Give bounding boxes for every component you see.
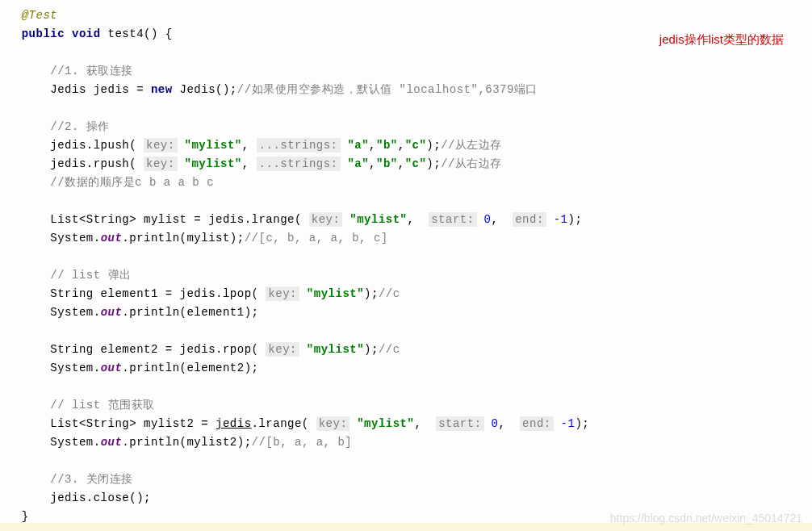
comment-inline: //c — [379, 287, 400, 300]
number-literal: 0 — [484, 417, 499, 430]
param-hint-key: key: — [266, 342, 299, 357]
method-name: test4() { — [101, 27, 173, 40]
code-line: String element2 = jedis.rpop( — [50, 343, 266, 356]
code-line: List<String> mylist2 = — [50, 417, 216, 430]
comment-inline: //[b, a, a, b] — [252, 436, 353, 449]
param-hint-key: key: — [309, 212, 343, 227]
code-line: Jedis jedis = — [50, 83, 151, 96]
comment-inline: //从左边存 — [441, 139, 502, 152]
number-literal: -1 — [546, 213, 568, 226]
string-literal: "mylist" — [299, 343, 364, 356]
comment-pop: // list 弹出 — [50, 269, 131, 282]
number-literal: 0 — [477, 213, 492, 226]
string-literal: "mylist" — [299, 287, 364, 300]
code-line: System. — [50, 436, 100, 449]
code-line: jedis.close(); — [50, 491, 151, 504]
comment-range: // list 范围获取 — [50, 399, 154, 412]
comment-3: //3. 关闭连接 — [50, 473, 133, 486]
field-out: out — [101, 232, 123, 245]
code-line: jedis.lpush( — [50, 139, 144, 152]
param-hint-key: key: — [266, 286, 299, 301]
kw-new: new — [151, 83, 173, 96]
code-line: System. — [50, 362, 100, 374]
string-literal: "a" — [341, 139, 370, 152]
string-literal: "mylist" — [349, 417, 414, 430]
param-hint-start: start: — [436, 416, 483, 431]
code-line: System. — [50, 306, 100, 319]
kw-void: void — [72, 27, 101, 40]
param-hint-strings: ...strings: — [257, 157, 341, 171]
watermark: https://blog.csdn.net/weixin_45014721 — [610, 512, 802, 525]
comment-2: //2. 操作 — [50, 120, 110, 133]
field-out: out — [101, 436, 123, 449]
string-literal: "mylist" — [178, 139, 242, 152]
code-line: Jedis(); — [173, 83, 237, 96]
field-out: out — [101, 306, 123, 319]
param-hint-start: start: — [429, 212, 476, 227]
string-literal: "mylist" — [178, 157, 242, 170]
number-literal: -1 — [554, 417, 576, 430]
code-line: String element1 = jedis.lpop( — [50, 287, 266, 300]
code-line: jedis.rpush( — [50, 157, 144, 170]
code-block: @Test public void test4() { //1. 获取连接 Je… — [0, 6, 812, 526]
code-line: List<String> mylist = jedis.lrange( — [50, 213, 308, 226]
comment-inline: //c — [379, 343, 400, 356]
title-annotation: jedis操作list类型的数据 — [659, 32, 784, 48]
param-hint-strings: ...strings: — [257, 138, 341, 153]
param-hint-key: key: — [144, 157, 178, 171]
kw-public: public — [22, 27, 65, 40]
code-line: System. — [50, 232, 100, 245]
var-jedis-underlined: jedis — [216, 417, 252, 430]
comment-inline: //从右边存 — [441, 157, 502, 170]
param-hint-end: end: — [520, 416, 554, 431]
param-hint-key: key: — [144, 138, 178, 153]
string-literal: "mylist" — [342, 213, 407, 226]
param-hint-key: key: — [316, 416, 350, 431]
comment-1: //1. 获取连接 — [50, 65, 133, 77]
param-hint-end: end: — [513, 212, 546, 227]
close-brace: } — [22, 510, 29, 523]
annotation-test: @Test — [22, 9, 58, 22]
comment-order: //数据的顺序是c b a a b c — [50, 176, 214, 189]
comment-inline: //如果使用空参构造，默认值 "localhost",6379端口 — [237, 83, 538, 96]
comment-inline: //[c, b, a, a, b, c] — [245, 232, 388, 245]
field-out: out — [101, 362, 123, 374]
